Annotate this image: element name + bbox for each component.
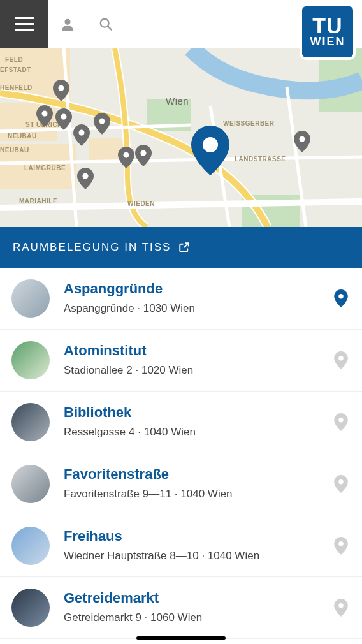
location-title: Atominstitut (64, 342, 317, 359)
svg-rect-1 (15, 23, 34, 25)
svg-point-27 (338, 479, 344, 485)
search-icon (99, 17, 113, 31)
home-indicator (136, 636, 226, 640)
raumbelegung-banner[interactable]: RAUMBELEGUNG IN TISS (0, 227, 362, 268)
location-row[interactable]: AtominstitutStadionallee 2 · 1020 Wien (0, 330, 362, 392)
user-icon (61, 17, 75, 31)
location-body: AspanggründeAspanggründe · 1030 Wien (64, 281, 317, 316)
location-title: Favoritenstraße (64, 466, 317, 483)
menu-button[interactable] (0, 0, 48, 48)
svg-point-4 (101, 19, 109, 27)
map-district-label: NEUBAU (8, 133, 37, 140)
search-button[interactable] (87, 0, 125, 48)
location-list: AspanggründeAspanggründe · 1030 WienAtom… (0, 268, 362, 639)
map-district-label: NEUBAU (0, 147, 29, 154)
map-pin[interactable] (135, 144, 152, 167)
map-pin[interactable] (77, 167, 94, 190)
location-thumbnail (11, 279, 50, 318)
user-button[interactable] (48, 0, 87, 48)
location-address: Stadionallee 2 · 1020 Wien (64, 363, 317, 378)
location-pin-icon[interactable] (331, 537, 351, 555)
map-district-label: LANDSTRASSE (235, 156, 286, 163)
banner-text: RAUMBELEGUNG IN TISS (13, 241, 171, 254)
location-row[interactable]: AspanggründeAspanggründe · 1030 Wien (0, 268, 362, 330)
svg-point-15 (41, 111, 47, 117)
svg-point-24 (338, 294, 344, 299)
map-pin-selected[interactable] (191, 126, 229, 175)
map-district-label: LAIMGRUBE (24, 165, 66, 172)
svg-rect-0 (15, 17, 34, 19)
map-pin[interactable] (73, 124, 90, 147)
location-thumbnail (11, 341, 50, 379)
location-address: Aspanggründe · 1030 Wien (64, 301, 317, 316)
location-pin-icon[interactable] (331, 413, 351, 431)
location-thumbnail (11, 589, 50, 627)
map-district-label: EFSTADT (0, 66, 31, 73)
tu-wien-logo[interactable]: TU WIEN (300, 4, 356, 60)
location-address: Resselgasse 4 · 1040 Wien (64, 425, 317, 440)
svg-point-25 (338, 356, 344, 361)
svg-point-20 (140, 150, 146, 156)
location-title: Aspanggründe (64, 281, 317, 297)
map-district-label: Wien (166, 96, 189, 106)
svg-rect-2 (15, 29, 34, 31)
header: TU WIEN (0, 0, 362, 48)
map-pin[interactable] (53, 79, 69, 102)
location-address: Favoritenstraße 9—11 · 1040 Wien (64, 487, 317, 502)
map-district-label: WIEDEN (127, 200, 155, 207)
map-district-label: HENFELD (0, 84, 33, 91)
location-thumbnail (11, 527, 50, 565)
logo-line1: TU (312, 16, 342, 35)
svg-point-18 (99, 119, 105, 124)
location-pin-icon[interactable] (331, 475, 351, 493)
location-thumbnail (11, 465, 50, 503)
svg-point-16 (61, 114, 66, 120)
location-title: Freihaus (64, 528, 317, 545)
logo-line2: WIEN (310, 35, 345, 48)
map-pin[interactable] (294, 130, 310, 153)
svg-point-23 (299, 136, 305, 142)
location-body: FreihausWiedner Hauptstraße 8—10 · 1040 … (64, 528, 317, 564)
map-district-label: FELD (5, 56, 23, 63)
svg-point-17 (78, 130, 84, 136)
location-row[interactable]: FreihausWiedner Hauptstraße 8—10 · 1040 … (0, 515, 362, 577)
location-row[interactable]: BibliothekResselgasse 4 · 1040 Wien (0, 392, 362, 453)
external-link-icon (178, 242, 190, 253)
location-body: BibliothekResselgasse 4 · 1040 Wien (64, 404, 317, 440)
location-row[interactable]: FavoritenstraßeFavoritenstraße 9—11 · 10… (0, 453, 362, 515)
location-title: Bibliothek (64, 404, 317, 421)
location-body: AtominstitutStadionallee 2 · 1020 Wien (64, 342, 317, 378)
location-address: Wiedner Hauptstraße 8—10 · 1040 Wien (64, 548, 317, 564)
svg-point-19 (123, 152, 129, 158)
map-pin[interactable] (94, 112, 110, 135)
location-title: Getreidemarkt (64, 590, 317, 606)
map-pin[interactable] (55, 108, 72, 131)
map[interactable]: FELDEFSTADTHENFELDST ULRICHNEUBAUNEUBAUL… (0, 48, 362, 227)
location-row[interactable]: GetreidemarktGetreidemarkt 9 · 1060 Wien (0, 577, 362, 639)
map-pin[interactable] (118, 146, 134, 169)
location-address: Getreidemarkt 9 · 1060 Wien (64, 610, 317, 626)
map-district-label: WEISSGERBER (223, 120, 275, 127)
svg-point-3 (64, 19, 70, 25)
location-body: GetreidemarktGetreidemarkt 9 · 1060 Wien (64, 590, 317, 626)
svg-point-14 (58, 85, 64, 91)
svg-point-21 (82, 173, 88, 179)
svg-line-5 (108, 26, 112, 30)
svg-point-28 (338, 541, 344, 546)
map-pin[interactable] (36, 105, 53, 128)
location-thumbnail (11, 403, 50, 441)
location-pin-icon[interactable] (331, 599, 351, 617)
svg-point-26 (338, 418, 344, 423)
location-body: FavoritenstraßeFavoritenstraße 9—11 · 10… (64, 466, 317, 502)
svg-point-29 (338, 603, 344, 608)
hamburger-icon (15, 17, 34, 31)
location-pin-icon[interactable] (331, 351, 351, 369)
location-pin-icon[interactable] (331, 289, 351, 307)
svg-point-22 (203, 137, 218, 152)
map-district-label: MARIAHILF (19, 198, 57, 205)
